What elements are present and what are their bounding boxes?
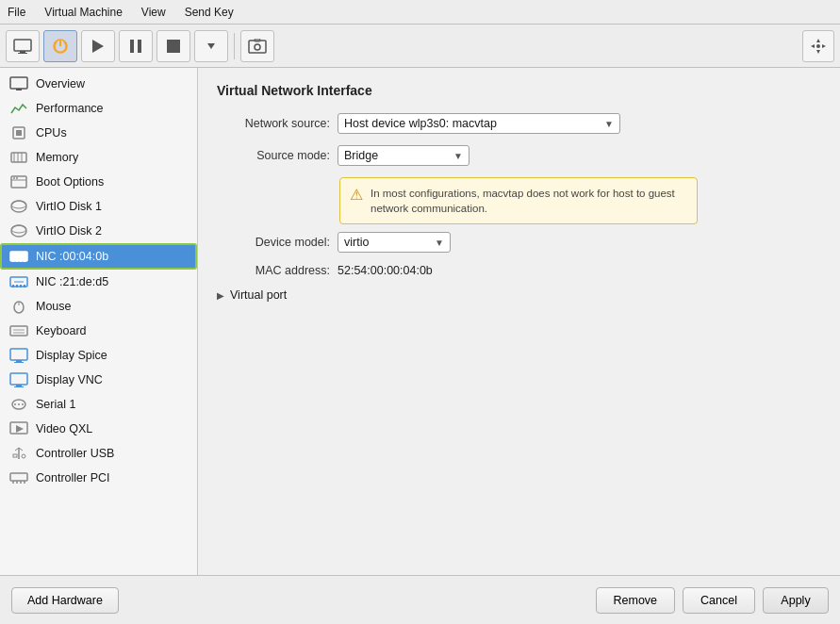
sidebar-label-cpus: CPUs	[36, 126, 67, 140]
svg-rect-55	[14, 386, 24, 387]
sidebar-label-mouse: Mouse	[36, 300, 72, 313]
sidebar-item-controller-pci[interactable]: Controller PCI	[0, 466, 197, 490]
mac-address-label: MAC address:	[217, 264, 330, 277]
add-hardware-button[interactable]: Add Hardware	[11, 587, 119, 614]
svg-rect-17	[10, 77, 27, 89]
sidebar-item-performance[interactable]: Performance	[0, 96, 197, 121]
svg-marker-8	[207, 43, 215, 49]
virtual-port-arrow: ▶	[217, 290, 224, 301]
svg-rect-52	[14, 362, 24, 363]
network-source-arrow: ▼	[604, 119, 614, 129]
sidebar-label-controller-pci: Controller PCI	[36, 471, 110, 484]
svg-rect-37	[20, 259, 22, 262]
svg-rect-35	[12, 259, 14, 262]
sidebar-label-nic-21ded5: NIC :21:de:d5	[36, 275, 108, 288]
pause-toolbar-btn[interactable]	[119, 30, 153, 62]
sidebar-label-memory: Memory	[36, 151, 78, 164]
svg-point-32	[11, 225, 26, 233]
svg-rect-65	[10, 473, 27, 481]
sidebar-item-display-spice[interactable]: Display Spice	[0, 343, 197, 368]
svg-marker-14	[811, 44, 815, 48]
apply-button[interactable]: Apply	[763, 587, 829, 614]
menu-send-key[interactable]: Send Key	[181, 4, 238, 21]
sidebar-item-keyboard[interactable]: Keyboard	[0, 319, 197, 343]
device-model-select[interactable]: virtio ▼	[338, 232, 451, 253]
device-model-control: virtio ▼	[338, 232, 451, 253]
svg-marker-15	[822, 44, 826, 48]
svg-point-29	[11, 201, 26, 212]
svg-point-64	[22, 454, 25, 458]
source-mode-control: Bridge ▼	[338, 145, 469, 166]
svg-rect-63	[13, 454, 17, 457]
video-icon	[9, 421, 28, 436]
virtual-port-label: Virtual port	[230, 288, 287, 302]
sidebar-item-display-vnc[interactable]: Display VNC	[0, 368, 197, 392]
svg-rect-47	[10, 326, 27, 336]
sidebar-label-display-spice: Display Spice	[36, 349, 107, 362]
warning-box: ⚠ In most configurations, macvtap does n…	[339, 177, 698, 224]
svg-rect-6	[138, 40, 141, 53]
svg-point-11	[255, 44, 260, 50]
svg-point-16	[816, 44, 820, 48]
svg-rect-51	[16, 360, 22, 362]
sidebar-item-memory[interactable]: Memory	[0, 145, 197, 170]
menu-file[interactable]: File	[4, 4, 29, 21]
device-model-arrow: ▼	[435, 238, 444, 248]
screenshot-toolbar-btn[interactable]	[240, 30, 274, 62]
mac-address-value: 52:54:00:00:04:0b	[338, 264, 433, 277]
menubar: File Virtual Machine View Send Key	[0, 0, 840, 25]
sidebar-label-controller-usb: Controller USB	[36, 447, 114, 460]
sidebar-item-controller-usb[interactable]: Controller USB	[0, 441, 197, 466]
sidebar-item-virtio-disk1[interactable]: VirtIO Disk 1	[0, 194, 197, 219]
svg-rect-36	[16, 259, 18, 262]
sidebar-item-boot-options[interactable]: Boot Options	[0, 170, 197, 194]
svg-rect-0	[14, 40, 31, 51]
svg-rect-54	[16, 385, 22, 386]
svg-rect-1	[20, 51, 25, 53]
network-source-value: Host device wlp3s0: macvtap	[344, 117, 599, 130]
sidebar: Overview Performance CPUs Memory Boot Op	[0, 68, 198, 575]
main-content: Overview Performance CPUs Memory Boot Op	[0, 68, 840, 575]
power-toolbar-btn[interactable]	[43, 30, 77, 62]
warning-text: In most configurations, macvtap does not…	[371, 186, 687, 216]
sidebar-item-nic-00040b[interactable]: NIC :00:04:0b	[0, 243, 197, 270]
sidebar-item-serial1[interactable]: Serial 1	[0, 392, 197, 417]
svg-point-27	[13, 177, 15, 179]
svg-point-59	[22, 403, 24, 405]
sidebar-item-virtio-disk2[interactable]: VirtIO Disk 2	[0, 219, 197, 243]
svg-rect-38	[24, 259, 25, 262]
source-mode-label: Source mode:	[217, 149, 330, 162]
disk1-icon	[9, 199, 28, 214]
sidebar-item-mouse[interactable]: Mouse	[0, 294, 197, 319]
serial-icon	[9, 397, 28, 412]
svg-rect-44	[24, 285, 25, 287]
menu-view[interactable]: View	[138, 4, 170, 21]
network-source-select[interactable]: Host device wlp3s0: macvtap ▼	[338, 113, 620, 134]
move-btn[interactable]	[802, 30, 834, 62]
svg-point-31	[11, 225, 26, 237]
sidebar-item-nic-21ded5[interactable]: NIC :21:de:d5	[0, 270, 197, 294]
network-source-row: Network source: Host device wlp3s0: macv…	[217, 113, 821, 134]
sidebar-label-nic-00040b: NIC :00:04:0b	[36, 250, 108, 263]
toolbar	[0, 25, 840, 68]
svg-rect-9	[249, 41, 266, 53]
sidebar-item-overview[interactable]: Overview	[0, 72, 197, 96]
sidebar-item-cpus[interactable]: CPUs	[0, 121, 197, 145]
virtual-port-row[interactable]: ▶ Virtual port	[217, 288, 821, 302]
sidebar-item-video-qxl[interactable]: Video QXL	[0, 417, 197, 441]
overview-toolbar-btn[interactable]	[6, 30, 40, 62]
source-mode-value: Bridge	[344, 149, 448, 162]
svg-marker-12	[816, 39, 820, 42]
source-mode-select[interactable]: Bridge ▼	[338, 145, 469, 166]
svg-point-30	[11, 201, 26, 208]
remove-button[interactable]: Remove	[596, 587, 676, 614]
menu-virtual-machine[interactable]: Virtual Machine	[41, 4, 126, 21]
stop-toolbar-btn[interactable]	[156, 30, 190, 62]
cancel-button[interactable]: Cancel	[683, 587, 755, 614]
source-mode-arrow: ▼	[453, 151, 463, 161]
svg-rect-42	[16, 285, 18, 287]
svg-rect-53	[10, 373, 27, 385]
play-toolbar-btn[interactable]	[81, 30, 115, 62]
dropdown-toolbar-btn[interactable]	[194, 30, 228, 62]
toolbar-separator	[234, 33, 235, 59]
